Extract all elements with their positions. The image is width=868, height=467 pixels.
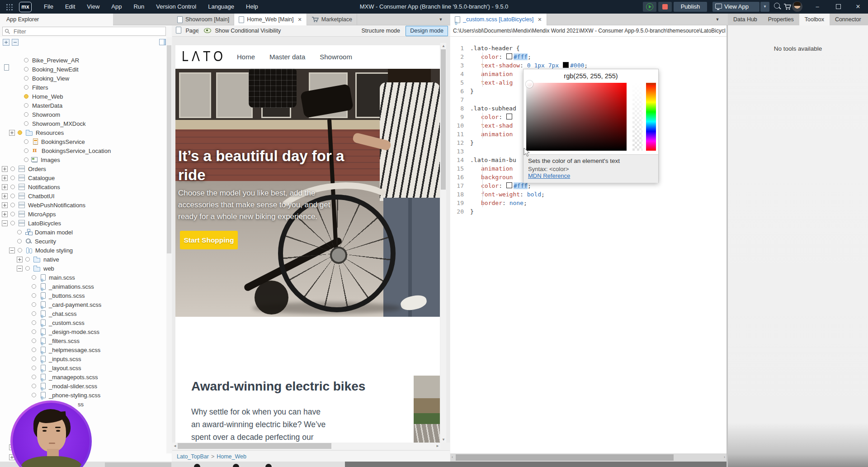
code-line-20[interactable]: 20} (450, 207, 727, 216)
explorer-scrollbar[interactable] (166, 37, 172, 453)
code-line-2[interactable]: 2color: #fff; (450, 52, 727, 61)
tree-item-bookingsservice[interactable]: BookingsService (0, 137, 166, 146)
expand-icon[interactable] (17, 257, 23, 262)
close-button[interactable]: ✕ (848, 0, 868, 14)
code-scroll-left-arrow[interactable]: ‹ (452, 455, 453, 459)
tree-item-module-styling[interactable]: Module styling (0, 246, 166, 255)
publish-button[interactable]: Publish (674, 2, 707, 12)
app-launcher-icon[interactable] (6, 4, 13, 10)
tree-item-home-web[interactable]: Home_Web (0, 92, 166, 101)
black-color-swatch[interactable] (563, 62, 569, 68)
tree-item-orders[interactable]: Orders (0, 164, 166, 173)
tree-item-latobicycles[interactable]: LatoBicycles (0, 219, 166, 228)
tree-item-booking-view[interactable]: Booking_View (0, 74, 166, 83)
stop-button[interactable] (658, 2, 672, 12)
menu-view[interactable]: View (81, 0, 105, 14)
menu-edit[interactable]: Edit (59, 0, 81, 14)
expand-icon[interactable] (9, 130, 15, 136)
maximize-button[interactable] (828, 0, 848, 14)
tab-showroom-main-[interactable]: Showroom [Main] (173, 14, 234, 25)
alpha-slider[interactable] (632, 83, 642, 151)
tree-item-notifications[interactable]: Notifications (0, 182, 166, 191)
taskbar-icon[interactable] (194, 464, 200, 467)
white-color-swatch[interactable] (506, 182, 512, 188)
saturation-value-gradient[interactable] (526, 83, 627, 151)
dock-tab-connector[interactable]: Connector (830, 14, 867, 25)
tab-close-icon[interactable]: ✕ (298, 17, 302, 23)
tree-item-bookingsservice-location[interactable]: BookingsService_Location (0, 146, 166, 155)
mendix-logo[interactable]: mx (19, 2, 32, 12)
scroll-up-arrow[interactable]: ▲ (442, 44, 445, 48)
taskbar-icon[interactable] (233, 464, 239, 467)
tree-item-booking-newedit[interactable]: Booking_NewEdit (0, 65, 166, 74)
menu-app[interactable]: App (105, 0, 127, 14)
code-line-1[interactable]: 1.lato-header { (450, 44, 727, 52)
tree-item--card-payment-scss[interactable]: _card-payment.scss (0, 300, 166, 309)
scroll-down-arrow[interactable]: ▼ (442, 438, 445, 442)
tree-item-catalogue[interactable]: Catalogue (0, 173, 166, 182)
tree-item-images[interactable]: Images (0, 155, 166, 164)
collapse-icon[interactable] (17, 266, 23, 272)
show-conditional-visibility-button[interactable]: Show Conditional Visibility (204, 25, 281, 36)
menu-language[interactable]: Language (202, 0, 240, 14)
expand-icon[interactable] (2, 166, 8, 172)
mdn-reference-link[interactable]: MDN Reference (528, 172, 570, 179)
tree-item-bike-preview-ar[interactable]: Bike_Preview_AR (0, 56, 166, 65)
tab-marketplace[interactable]: Marketplace (307, 14, 357, 25)
menu-version-control[interactable]: Version Control (150, 0, 202, 14)
tree-item-resources[interactable]: Resources (0, 128, 166, 137)
tree-item--chat-scss[interactable]: _chat.scss (0, 309, 166, 318)
menu-help[interactable]: Help (240, 0, 264, 14)
minimize-button[interactable]: – (807, 0, 827, 14)
expand-icon[interactable] (2, 211, 8, 217)
preview-nav-home[interactable]: Home (237, 53, 255, 61)
tree-item-masterdata[interactable]: MasterData (0, 101, 166, 110)
code-line-19[interactable]: 19border: none; (450, 199, 727, 207)
tree-item--design-mode-scss[interactable]: _design-mode.scss (0, 327, 166, 336)
tree-item-main-scss[interactable]: main.scss (0, 273, 166, 282)
white-color-swatch[interactable] (506, 53, 512, 59)
tree-item-microapps[interactable]: MicroApps (0, 210, 166, 219)
cart-icon[interactable] (783, 3, 792, 10)
page-canvas[interactable]: LΛTO HomeMaster dataShowroom (175, 45, 440, 443)
tree-item--inputs-scss[interactable]: _inputs.scss (0, 354, 166, 363)
editor-tabs-overflow-chevron[interactable]: ▼ (713, 14, 722, 25)
tree-item-webpushnotifications[interactable]: WebPushNotifications (0, 200, 166, 210)
view-app-dropdown[interactable]: ▼ (760, 2, 769, 12)
filter-input[interactable] (13, 28, 164, 36)
taskbar-icon[interactable] (265, 464, 272, 467)
collapse-icon[interactable] (9, 248, 15, 253)
collapse-all-button[interactable] (12, 39, 19, 46)
white-color-swatch[interactable] (506, 114, 512, 119)
tree-item--phone-styling-scss[interactable]: _phone-styling.scss (0, 391, 166, 400)
tree-item--buttons-scss[interactable]: _buttons.scss (0, 291, 166, 300)
scroll-right-arrow[interactable]: ► (436, 444, 439, 448)
expand-icon[interactable] (2, 193, 8, 199)
collapse-icon[interactable] (2, 220, 8, 226)
tree-item--custom-scss[interactable]: _custom.scss (0, 318, 166, 327)
tree-item-showroom[interactable]: Showroom (0, 110, 166, 119)
code-line-18[interactable]: 18font-weight: bold; (450, 190, 727, 199)
menu-file[interactable]: File (38, 0, 59, 14)
dock-tab-data-hub[interactable]: Data Hub (728, 14, 763, 25)
structure-mode-button[interactable]: Structure mode (362, 26, 400, 36)
code-scroll-right-arrow[interactable]: › (724, 455, 725, 459)
tree-item--animations-scss[interactable]: _animations.scss (0, 282, 166, 291)
design-mode-button[interactable]: Design mode (406, 26, 448, 36)
preview-horizontal-scrollbar[interactable]: ◄ ► (172, 443, 440, 449)
code-horizontal-scrollbar[interactable]: ‹ › (450, 453, 726, 462)
center-tabs-overflow-chevron[interactable]: ▼ (437, 14, 445, 25)
tree-item--managepots-scss[interactable]: _managepots.scss (0, 372, 166, 381)
user-avatar[interactable] (792, 1, 802, 12)
tree-item-security[interactable]: Security (0, 237, 166, 246)
tree-item--filters-scss[interactable]: _filters.scss (0, 336, 166, 345)
lato-logo[interactable]: LΛTO (182, 48, 226, 65)
tab--custom-scss-latobicycles-[interactable]: _custom.scss [LatoBicycles]✕ (450, 14, 547, 25)
color-selection-ring[interactable] (526, 81, 533, 88)
expand-icon[interactable] (2, 184, 8, 190)
panel-layout-icon[interactable] (159, 39, 166, 45)
preview-vertical-scrollbar[interactable]: ▲ ▼ (440, 43, 446, 443)
expand-icon[interactable] (2, 175, 8, 181)
view-app-button[interactable]: View App (712, 2, 760, 12)
tree-item-web[interactable]: web (0, 264, 166, 273)
